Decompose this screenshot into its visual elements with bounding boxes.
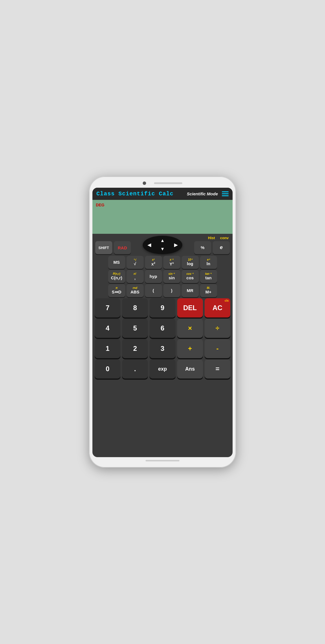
ex-label: eˣ	[207, 258, 210, 261]
btn-4[interactable]: 4	[95, 319, 120, 338]
std-button[interactable]: π S⇔D	[108, 284, 125, 297]
nav-right-button[interactable]: ▶	[172, 242, 179, 248]
header-right: Scientific Mode	[187, 191, 229, 196]
std-label: S⇔D	[112, 289, 122, 295]
log-button[interactable]: 10ˣ log	[182, 256, 199, 269]
del-button[interactable]: DEL	[177, 298, 203, 317]
exp-button[interactable]: exp	[150, 359, 175, 379]
num-row-123: 1 2 3 + -	[95, 339, 230, 358]
btn-2[interactable]: 2	[122, 339, 148, 358]
yx-button[interactable]: x⁻¹ Yx	[163, 256, 180, 269]
nav-oval: ▲ ◀ ▶ ▼	[143, 236, 182, 254]
nav-row: SHIFT RAD ▲ ◀ ▶ ▼ Hist conv	[95, 235, 230, 254]
mminus-label: M-	[207, 287, 210, 289]
phone-shell: Class Scientific Calc Scientific Mode DE…	[89, 176, 236, 468]
sin-button[interactable]: sin⁻¹ sin	[163, 270, 180, 283]
btn-1[interactable]: 1	[95, 339, 120, 358]
sin-label: sin	[169, 275, 175, 280]
ac-button[interactable]: cls AC	[205, 298, 230, 317]
lparen-label: (	[153, 288, 154, 293]
hist-conv-labels: Hist conv	[208, 236, 230, 240]
menu-button[interactable]	[222, 191, 229, 196]
calc-header: Class Scientific Calc Scientific Mode	[92, 188, 233, 200]
hamburger-line1	[222, 191, 229, 192]
multiply-button[interactable]: ×	[177, 319, 203, 338]
hyp-button[interactable]: hyp	[145, 270, 162, 283]
xinv-label: x⁻¹	[170, 258, 174, 261]
cos-label: cos	[187, 275, 194, 280]
phone-top	[92, 181, 233, 185]
calculator: Class Scientific Calc Scientific Mode DE…	[92, 188, 233, 457]
hist-label: Hist	[208, 236, 215, 240]
speaker	[154, 182, 182, 184]
btn-3[interactable]: 3	[150, 339, 175, 358]
x2-button[interactable]: x³ x2	[145, 256, 162, 269]
nfact-label: n!	[134, 273, 136, 275]
ln-button[interactable]: eˣ ln	[200, 256, 217, 269]
hist-conv-group: Hist conv % e	[194, 236, 230, 254]
num-row-0: 0 . exp Ans =	[95, 359, 230, 379]
hamburger-line3	[222, 195, 229, 196]
cnr-button[interactable]: P(n,r) C(n,r)	[108, 270, 125, 283]
percent-button[interactable]: %	[194, 241, 211, 254]
ms-button[interactable]: MS	[108, 256, 125, 269]
comma-button[interactable]: n! ,	[127, 270, 144, 283]
btn-dot[interactable]: .	[122, 359, 148, 379]
shift-rad-btns: SHIFT RAD	[95, 241, 131, 254]
btn-9[interactable]: 9	[150, 298, 175, 317]
cls-label: cls	[225, 299, 229, 302]
log-main-label: log	[187, 261, 193, 266]
lparen-button[interactable]: (	[145, 284, 162, 297]
btn-0[interactable]: 0	[95, 359, 120, 379]
sqrt-button[interactable]: ³√ √	[127, 256, 144, 269]
equals-button[interactable]: =	[205, 359, 230, 379]
yx-main-label: Yx	[170, 261, 174, 267]
mr-label: MR	[187, 288, 193, 293]
add-button[interactable]: +	[177, 339, 203, 358]
comma-label: ,	[134, 275, 135, 280]
hamburger-line2	[222, 193, 229, 194]
e-constant-button[interactable]: e	[213, 241, 230, 254]
arccos-label: cos⁻¹	[187, 273, 194, 275]
ms-label: MS	[113, 260, 120, 265]
btn-5[interactable]: 5	[122, 319, 148, 338]
sqrt-label: √	[134, 261, 136, 266]
nav-oval-wrapper: ▲ ◀ ▶ ▼	[131, 236, 194, 254]
row-mem: π S⇔D rnd ABS ( ) MR M- M+	[95, 284, 230, 297]
btn-8[interactable]: 8	[122, 298, 148, 317]
10x-label: 10ˣ	[188, 258, 192, 261]
rad-button[interactable]: RAD	[114, 241, 131, 254]
mplus-label: M+	[205, 289, 211, 295]
display-value	[96, 209, 229, 226]
btn-7[interactable]: 7	[95, 298, 120, 317]
num-row-789: 7 8 9 DEL cls AC	[95, 298, 230, 317]
hist-conv-btns: % e	[194, 241, 230, 254]
mplus-button[interactable]: M- M+	[200, 284, 217, 297]
abs-label: ABS	[131, 289, 140, 295]
arctan-label: tan⁻¹	[205, 273, 212, 275]
tan-button[interactable]: tan⁻¹ tan	[200, 270, 217, 283]
mode-label: Scientific Mode	[187, 191, 218, 196]
calc-buttons: SHIFT RAD ▲ ◀ ▶ ▼ Hist conv	[92, 234, 233, 457]
nav-down-button[interactable]: ▼	[159, 246, 166, 252]
rparen-button[interactable]: )	[163, 284, 180, 297]
abs-button[interactable]: rnd ABS	[127, 284, 144, 297]
cnr-label: C(n,r)	[111, 275, 122, 280]
btn-6[interactable]: 6	[150, 319, 175, 338]
arcsin-label: sin⁻¹	[168, 273, 175, 275]
x3-label: x³	[152, 258, 155, 261]
divide-button[interactable]: ÷	[205, 319, 230, 338]
subtract-button[interactable]: -	[205, 339, 230, 358]
x2-main-label: x2	[151, 261, 155, 267]
cos-button[interactable]: cos⁻¹ cos	[182, 270, 199, 283]
app-title: Class Scientific Calc	[96, 191, 174, 197]
nav-left-button[interactable]: ◀	[146, 242, 153, 248]
nav-up-button[interactable]: ▲	[159, 237, 166, 244]
ans-button[interactable]: Ans	[177, 359, 203, 379]
row-trig: P(n,r) C(n,r) n! , hyp sin⁻¹ sin cos⁻¹ c…	[95, 270, 230, 283]
mr-button[interactable]: MR	[182, 284, 199, 297]
rparen-label: )	[171, 288, 172, 293]
calc-display: DEG	[92, 200, 233, 234]
shift-button[interactable]: SHIFT	[95, 241, 112, 254]
num-row-456: 4 5 6 × ÷	[95, 319, 230, 338]
